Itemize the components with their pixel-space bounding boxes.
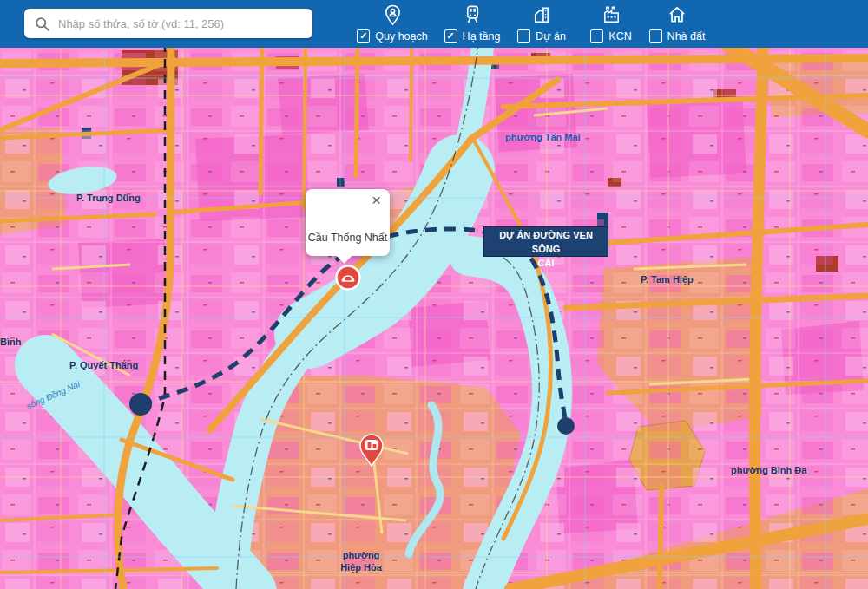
layer-quy-hoach: ✓ Quy hoạch [358,3,427,43]
map-application: P. Trung Dũng phường Tân Mai P. Tam Hiệp… [0,0,868,589]
search-box[interactable] [24,9,312,38]
layer-du-an: Dự án [516,3,567,43]
project-route-label[interactable]: DỰ ÁN ĐƯỜNG VEN SÔNG CÁI [483,226,608,257]
layer-ha-tang: ✓ Hạ tầng [444,3,500,43]
layer-checkbox-quy-hoach[interactable]: ✓ [357,29,370,43]
layer-label-ha-tang: Hạ tầng [463,30,501,43]
route-endpoint-west[interactable] [129,393,152,416]
layer-checkbox-nha-dat[interactable] [649,29,662,43]
ward-label-hiep-hoa: phường Hiệp Hòa [339,550,384,574]
layer-label-quy-hoach: Quy hoạch [375,30,427,43]
map-canvas[interactable]: P. Trung Dũng phường Tân Mai P. Tam Hiệp… [0,48,868,589]
topbar: ✓ Quy hoạch ✓ Hạ tầng [0,0,868,48]
layer-nha-dat: Nhà đất [647,3,707,43]
ward-label-binh-partial: Bình [0,337,21,347]
planning-pin-icon [383,3,403,26]
layer-kcn: KCN [589,3,634,43]
popup-close-icon[interactable]: × [372,191,381,210]
map-popup: × Cầu Thống Nhất [306,189,390,256]
popup-title: Cầu Thống Nhất [306,232,390,244]
factory-icon [601,3,622,26]
layer-checkbox-ha-tang[interactable]: ✓ [444,29,457,43]
ward-label-tan-mai: phường Tân Mai [505,132,581,142]
ward-label-quyet-thang: P. Quyết Thắng [69,360,138,370]
ward-label-trung-dung: P. Trung Dũng [76,193,141,203]
train-icon [463,3,483,26]
house-icon [667,3,687,26]
layer-checkbox-kcn[interactable] [590,29,603,43]
map-graphics [0,48,868,589]
layer-label-du-an: Dự án [536,30,566,43]
bridge-marker[interactable] [337,266,360,290]
search-icon [35,16,49,31]
layer-checkbox-du-an[interactable] [517,29,530,43]
search-input[interactable] [56,16,312,31]
ward-label-tam-hiep: P. Tam Hiệp [641,274,694,285]
route-endpoint-east[interactable] [557,417,575,435]
project-label-line1: DỰ ÁN ĐƯỜNG VEN SÔNG [484,229,608,257]
project-label-line2: CÁI [484,257,608,271]
ward-label-binh-da: phường Bình Đa [731,465,806,475]
layer-label-kcn: KCN [608,30,631,43]
building-icon [531,3,552,26]
layer-label-nha-dat: Nhà đất [667,30,706,43]
